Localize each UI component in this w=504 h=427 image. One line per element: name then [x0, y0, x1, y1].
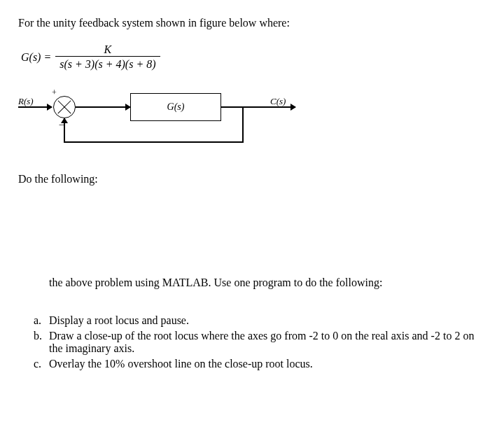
feedback-up-arrow [64, 118, 65, 143]
item-text: Display a root locus and pause. [49, 314, 189, 327]
item-text: Overlay the 10% overshoot line on the cl… [49, 358, 313, 370]
block-label: G(s) [167, 102, 185, 113]
forward-path-line [76, 106, 130, 108]
item-text: Draw a close-up of the root locus where … [49, 330, 486, 355]
feedback-down-line [242, 106, 244, 141]
eq-denominator: s(s + 3)(s + 4)(s + 8) [55, 56, 160, 71]
item-key: a. [34, 314, 49, 327]
transfer-function-equation: G(s) = K s(s + 3)(s + 4)(s + 8) [21, 43, 486, 71]
matlab-instruction: the above problem using MATLAB. Use one … [49, 276, 486, 289]
input-arrow [18, 106, 52, 108]
plus-sign: + [52, 88, 57, 98]
eq-fraction: K s(s + 3)(s + 4)(s + 8) [55, 43, 160, 71]
list-item: c. Overlay the 10% overshoot line on the… [34, 358, 486, 370]
summing-junction-icon [53, 96, 76, 118]
input-label: R(s) [18, 96, 34, 107]
eq-numerator: K [100, 43, 116, 56]
intro-text: For the unity feedback system shown in f… [18, 17, 486, 29]
do-following-text: Do the following: [18, 173, 486, 186]
task-list: a. Display a root locus and pause. b. Dr… [34, 314, 486, 370]
block-diagram: R(s) + − G(s) C(s) [18, 83, 312, 160]
gs-block: G(s) [130, 93, 221, 121]
output-label: C(s) [270, 96, 286, 107]
list-item: b. Draw a close-up of the root locus whe… [34, 330, 486, 355]
item-key: b. [34, 330, 49, 355]
feedback-across-line [64, 141, 244, 143]
eq-lhs: G(s) = [21, 51, 51, 64]
item-key: c. [34, 358, 49, 370]
list-item: a. Display a root locus and pause. [34, 314, 486, 327]
